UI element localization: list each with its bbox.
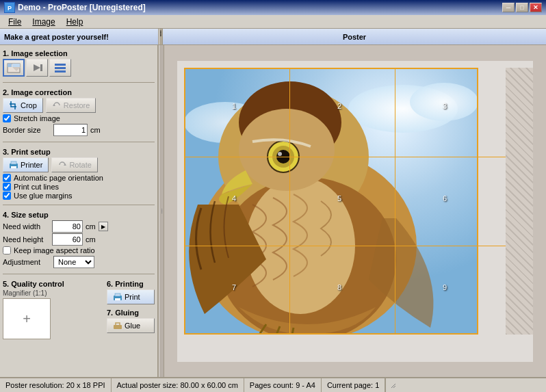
toolbar-header: Make a great poster yourself! ⁞ Poster	[0, 29, 546, 45]
img-btn-load[interactable]	[3, 59, 25, 77]
poster-svg	[184, 68, 478, 335]
svg-rect-4	[12, 64, 20, 67]
need-width-input[interactable]	[52, 220, 83, 233]
svg-rect-19	[114, 325, 122, 329]
svg-rect-3	[8, 64, 12, 67]
status-bar: Poster resolution: 20 x 18 PPI Actual po…	[0, 377, 546, 392]
printer-icon	[9, 160, 18, 170]
need-width-row: Need width cm ▶	[3, 220, 155, 233]
grid-line-v2	[395, 68, 395, 335]
status-pages: Pages count: 9 - A4	[244, 378, 322, 392]
border-input[interactable]	[53, 124, 88, 136]
adjustment-select[interactable]: None Fit Fill	[53, 256, 94, 268]
maximize-button[interactable]: □	[516, 3, 528, 12]
page-num-2: 2	[337, 102, 341, 110]
rotate-button[interactable]: Rotate	[51, 157, 97, 172]
adjustment-label: Adjustment	[3, 258, 51, 266]
svg-marker-15	[64, 164, 66, 166]
right-panel: 1 2 3 4 5 6 7 8 9	[164, 45, 546, 377]
poster-header-text: Poster	[343, 33, 366, 41]
status-current-page: Current page: 1	[322, 378, 385, 392]
divider-2	[3, 142, 155, 142]
need-height-unit: cm	[86, 235, 96, 244]
svg-rect-8	[55, 64, 66, 66]
need-width-label: Need width	[3, 222, 51, 231]
glue-button[interactable]: Glue	[107, 318, 155, 333]
stretch-image-row: Stretch image	[3, 114, 155, 122]
section-title-4: 4. Size setup	[3, 211, 155, 219]
adjustment-row: Adjustment None Fit Fill	[3, 256, 155, 268]
divider-1	[3, 82, 155, 83]
quality-box: +	[3, 298, 51, 339]
print-button[interactable]: Print	[107, 289, 155, 304]
menu-bar: File Image Help	[0, 15, 546, 29]
divider-3	[3, 205, 155, 205]
use-glue-margins-checkbox[interactable]	[3, 192, 11, 200]
panel-header: Make a great poster yourself!	[0, 29, 159, 44]
rotate-icon	[57, 160, 67, 170]
svg-line-36	[393, 386, 395, 388]
crop-button[interactable]: Crop	[3, 98, 43, 113]
page-num-3: 3	[443, 102, 447, 110]
image-selection-buttons	[3, 59, 155, 77]
printer-button[interactable]: Printer	[3, 157, 49, 172]
magnifier-label: Magnifier (1:1)	[3, 289, 103, 297]
title-bar: P Demo - ProPoster [Unregistered] ─ □ ✕	[0, 0, 546, 15]
print-cut-lines-checkbox[interactable]	[3, 183, 11, 191]
page-num-4: 4	[232, 194, 236, 202]
plus-icon: +	[23, 311, 31, 327]
grid-line-h2	[184, 246, 506, 246]
width-arrow-button[interactable]: ▶	[99, 222, 108, 231]
img-btn-next[interactable]	[26, 59, 48, 77]
section-gluing: 7. Gluing Glue	[107, 307, 155, 333]
page-num-6: 6	[443, 194, 447, 202]
section-print-setup: 3. Print setup Printer Rotate Automa	[3, 146, 155, 200]
status-resize-grip[interactable]	[385, 378, 399, 392]
use-glue-margins-label: Use glue margins	[14, 192, 73, 200]
img-btn-list[interactable]	[49, 59, 71, 77]
close-button[interactable]: ✕	[530, 3, 542, 12]
section-title-7: 7. Gluing	[107, 309, 155, 317]
panel-divider: ⁞	[159, 45, 164, 377]
svg-point-33	[278, 152, 282, 156]
main-container: 1. Image selection 2. Image correction	[0, 45, 546, 377]
stretch-checkbox[interactable]	[3, 114, 11, 122]
grid-line-v1	[289, 68, 290, 335]
section-image-correction: 2. Image correction Crop Restore Str	[3, 87, 155, 138]
section-quality-control: 5. Quality control Magnifier (1:1) +	[3, 278, 103, 339]
border-unit: cm	[90, 126, 101, 134]
section-title-3: 3. Print setup	[3, 148, 155, 156]
restore-button[interactable]: Restore	[46, 98, 96, 113]
section-title-5: 5. Quality control	[3, 280, 103, 288]
hatch-area	[506, 68, 533, 335]
app-icon: P	[4, 2, 15, 13]
print-cut-lines-label: Print cut lines	[14, 183, 59, 191]
svg-rect-18	[115, 298, 120, 300]
restore-icon	[52, 101, 62, 110]
border-label: Border size	[3, 126, 51, 134]
svg-rect-13	[11, 161, 16, 164]
auto-orientation-checkbox[interactable]	[3, 174, 11, 182]
print-glue-column: 6. Printing Print 7. Gluing Glue	[107, 278, 155, 333]
svg-rect-7	[40, 64, 42, 71]
need-height-input[interactable]	[52, 233, 83, 246]
svg-rect-9	[55, 67, 66, 69]
section-title-2: 2. Image correction	[3, 88, 155, 96]
svg-line-35	[391, 384, 395, 388]
keep-aspect-checkbox[interactable]	[3, 246, 11, 254]
page-num-9: 9	[443, 283, 447, 291]
glue-icon	[113, 321, 122, 330]
section-size-setup: 4. Size setup Need width cm ▶ Need heigh…	[3, 209, 155, 270]
menu-help[interactable]: Help	[61, 16, 89, 28]
left-panel: 1. Image selection 2. Image correction	[0, 45, 159, 377]
poster-area[interactable]: 1 2 3 4 5 6 7 8 9	[177, 61, 533, 362]
menu-image[interactable]: Image	[27, 16, 60, 28]
grid-line-h1	[184, 157, 506, 157]
status-actual-size: Actual poster size: 80.00 x 60.00 cm	[112, 378, 244, 392]
svg-rect-17	[115, 293, 120, 296]
menu-file[interactable]: File	[3, 16, 27, 28]
need-height-label: Need height	[3, 235, 51, 244]
divider-4	[3, 274, 155, 274]
bottom-row: 5. Quality control Magnifier (1:1) + 6. …	[3, 278, 155, 339]
minimize-button[interactable]: ─	[502, 3, 515, 12]
